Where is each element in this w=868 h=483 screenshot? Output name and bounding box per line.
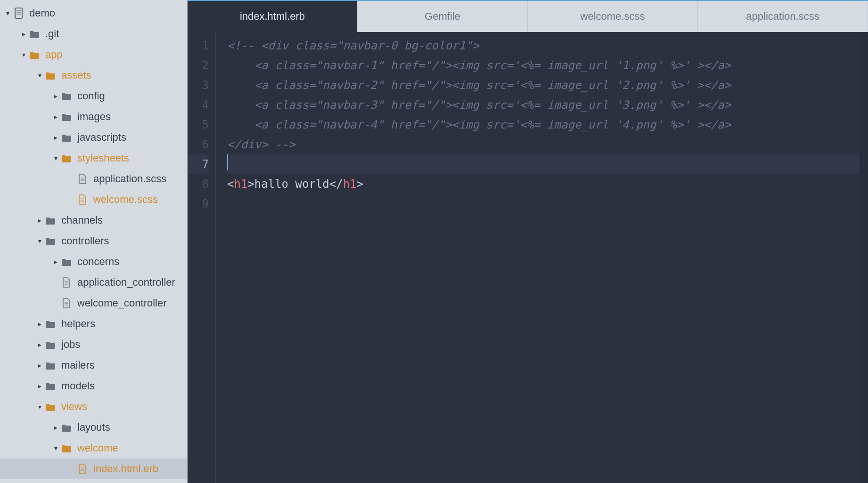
tree-item-stylesheets[interactable]: ▾ stylesheets <box>0 148 187 169</box>
tree-item-label: application.scss <box>93 173 166 185</box>
folder-open-icon <box>44 71 57 80</box>
tree-item-views[interactable]: ▾ views <box>0 396 187 417</box>
tree-item-label: welcome_controller <box>77 297 167 309</box>
tree-item-label: javascripts <box>77 131 126 144</box>
tree-item-layouts[interactable]: ▸ layouts <box>0 417 187 438</box>
tree-item-label: views <box>61 401 87 413</box>
file-tree-sidebar[interactable]: ▾ demo ▸ .git ▾ app ▾ assets ▸ config <box>0 0 188 483</box>
tree-item-mailers[interactable]: ▸ mailers <box>0 355 187 376</box>
code-content[interactable]: <!-- <div class="navbar-0 bg-color1"> <a… <box>216 32 868 483</box>
tree-item-concerns[interactable]: ▸ concerns <box>0 251 187 272</box>
tree-item-images[interactable]: ▸ images <box>0 106 187 127</box>
chevron-right-icon: ▸ <box>35 362 44 369</box>
folder-icon <box>60 258 73 266</box>
code-area[interactable]: 1 2 3 4 5 6 7 8 9 <!-- <div class="navba… <box>188 32 868 483</box>
tree-item-application-scss[interactable]: application.scss <box>0 169 187 189</box>
folder-icon <box>44 216 57 225</box>
code-line: <a class="navbar-4" href="/"><img src='<… <box>227 115 868 135</box>
tab-welcome-scss[interactable]: welcome.scss <box>528 1 698 32</box>
tree-item-label: stylesheets <box>77 152 129 164</box>
chevron-right-icon: ▸ <box>51 424 60 431</box>
chevron-down-icon: ▾ <box>51 444 60 452</box>
tree-item-git[interactable]: ▸ .git <box>0 24 187 44</box>
editor-area: index.html.erb Gemfile welcome.scss appl… <box>188 0 868 483</box>
tree-item-label: assets <box>61 69 91 81</box>
tab-application-scss[interactable]: application.scss <box>698 1 868 32</box>
tree-item-label: index.html.erb <box>93 463 158 475</box>
tree-item-app[interactable]: ▾ app <box>0 44 187 65</box>
line-number: 5 <box>188 115 209 135</box>
tree-item-label: application_controller <box>77 276 175 289</box>
text-cursor <box>227 154 228 170</box>
tree-root[interactable]: ▾ demo <box>0 3 187 24</box>
chevron-down-icon: ▾ <box>35 403 44 411</box>
tree-item-welcome-scss[interactable]: welcome.scss <box>0 189 187 210</box>
folder-open-icon <box>44 402 57 411</box>
chevron-down-icon: ▾ <box>35 237 44 245</box>
tree-item-label: config <box>77 90 105 102</box>
file-icon <box>76 194 89 205</box>
code-line <box>227 194 868 214</box>
folder-icon <box>44 237 57 245</box>
tab-index-html-erb[interactable]: index.html.erb <box>188 1 358 32</box>
file-icon <box>76 464 89 474</box>
code-line: <a class="navbar-3" href="/"><img src='<… <box>227 95 868 115</box>
tree-item-label: welcome.scss <box>93 193 158 206</box>
folder-icon <box>44 340 57 349</box>
tree-item-welcome-folder[interactable]: ▾ welcome <box>0 438 187 459</box>
tree-item-label: layouts <box>77 421 110 434</box>
folder-icon <box>44 320 57 328</box>
file-icon <box>60 298 73 308</box>
tab-label: application.scss <box>746 10 819 23</box>
line-number: 6 <box>188 135 209 154</box>
tree-item-label: concerns <box>77 256 119 268</box>
code-line: <h1>hallo world</h1> <box>227 174 868 194</box>
folder-icon <box>60 133 73 142</box>
tree-item-welcome-controller[interactable]: welcome_controller <box>0 293 187 314</box>
editor-right-margin <box>860 32 868 483</box>
folder-icon <box>44 361 57 370</box>
chevron-right-icon: ▸ <box>35 341 44 348</box>
chevron-down-icon: ▾ <box>19 51 28 58</box>
tree-item-controllers[interactable]: ▾ controllers <box>0 231 187 251</box>
tree-item-label: images <box>77 111 111 123</box>
tree-item-index-html-erb[interactable]: index.html.erb <box>0 459 187 479</box>
line-gutter: 1 2 3 4 5 6 7 8 9 <box>188 32 216 483</box>
svg-rect-0 <box>15 8 22 18</box>
tree-item-label: .git <box>45 28 59 40</box>
line-number: 7 <box>188 154 209 174</box>
chevron-down-icon: ▾ <box>35 72 44 79</box>
chevron-right-icon: ▸ <box>35 320 44 328</box>
tree-item-config[interactable]: ▸ config <box>0 86 187 106</box>
folder-open-icon <box>60 154 73 162</box>
tree-item-javascripts[interactable]: ▸ javascripts <box>0 127 187 148</box>
tab-gemfile[interactable]: Gemfile <box>358 1 528 32</box>
tree-item-models[interactable]: ▸ models <box>0 376 187 396</box>
chevron-right-icon: ▸ <box>51 134 60 141</box>
tree-item-helpers[interactable]: ▸ helpers <box>0 314 187 334</box>
chevron-right-icon: ▸ <box>51 113 60 121</box>
tree-item-label: jobs <box>61 338 80 351</box>
code-line: </div> --> <box>227 135 868 154</box>
editor-tabs: index.html.erb Gemfile welcome.scss appl… <box>188 0 868 32</box>
tree-item-channels[interactable]: ▸ channels <box>0 210 187 231</box>
chevron-right-icon: ▸ <box>51 258 60 266</box>
line-number: 4 <box>188 95 209 115</box>
tree-item-label: models <box>61 380 95 392</box>
chevron-right-icon: ▸ <box>35 217 44 224</box>
tree-item-assets[interactable]: ▾ assets <box>0 65 187 86</box>
tree-item-label: welcome <box>77 442 118 454</box>
folder-icon <box>60 113 73 121</box>
chevron-right-icon: ▸ <box>51 92 60 100</box>
tree-item-label: controllers <box>61 235 109 247</box>
line-number: 9 <box>188 194 209 214</box>
tree-item-label: helpers <box>61 318 95 330</box>
folder-icon <box>44 382 57 390</box>
tree-item-application-controller[interactable]: application_controller <box>0 272 187 293</box>
folder-icon <box>28 30 41 38</box>
tree-item-label: channels <box>61 214 103 226</box>
tree-item-jobs[interactable]: ▸ jobs <box>0 334 187 355</box>
line-number: 3 <box>188 75 209 95</box>
notebook-icon <box>12 8 25 19</box>
tree-item-label: app <box>45 48 63 61</box>
